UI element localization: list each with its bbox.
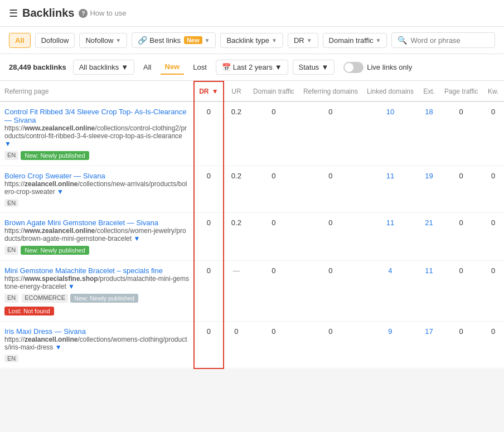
page-title-link[interactable]: Brown Agate Mini Gemstone Bracelet — Siv… [4,219,158,227]
table-row: Mini Gemstone Malachite Bracelet – speci… [0,261,504,322]
page-title-link[interactable]: Bolero Crop Sweater — Sivana [4,172,105,180]
header-dr[interactable]: DR ▼ [194,81,224,101]
tags-row: EN New: Newly published [4,149,189,160]
page-url: https://www.zealancell.online/collection… [4,124,189,148]
url-expand-icon[interactable]: ▼ [57,188,64,196]
header-ext[interactable]: Ext. [418,81,440,101]
cell-ext: 17 [418,322,440,368]
cell-kw: 0 [482,101,504,166]
url-expand-icon[interactable]: ▼ [55,343,62,351]
header-referring-domains[interactable]: Referring domains [299,81,362,101]
page-title-link[interactable]: Iris Maxi Dress — Sivana [4,327,86,336]
new-small-tag: New: Newly published [70,294,138,303]
header-ur[interactable]: UR [224,81,249,101]
dofollow-filter-btn[interactable]: Dofollow [35,33,75,48]
subfilter-bar: 28,449 backlinks All backlinks ▼ All New… [0,54,504,81]
cell-ur: 0.2 [224,213,249,261]
table-header-row: Referring page DR ▼ UR Domain traffic Re… [0,81,504,101]
cell-dr: 0 [194,166,224,213]
cell-dr: 0 [194,101,224,166]
best-links-chevron: ▼ [205,37,210,43]
cell-linked-domains: 11 [362,166,418,213]
url-domain: www.specialsfine.shop [25,275,98,283]
backlink-type-filter-btn[interactable]: Backlink type ▼ [220,33,283,48]
dr-filter-btn[interactable]: DR ▼ [288,33,318,48]
cell-dr: 0 [194,213,224,261]
search-input[interactable] [410,36,489,45]
header-linked-domains[interactable]: Linked domains [362,81,418,101]
lang-tag: EN [4,294,18,303]
dr-chevron: ▼ [307,37,312,43]
ur-dash: — [232,266,240,275]
backlink-type-chevron: ▼ [272,37,277,43]
cell-page-traffic: 0 [440,101,482,166]
cell-ur: — [224,261,249,322]
live-links-toggle-wrap: Live links only [343,62,412,73]
cell-page-traffic: 0 [440,322,482,368]
new-badge: New [184,36,202,44]
lang-tag: EN [4,151,18,160]
cell-kw: 0 [482,322,504,368]
cell-referring-domains: 0 [299,261,362,322]
header-kw[interactable]: Kw. [482,81,504,101]
all-tab-btn[interactable]: All [139,60,156,74]
cell-referring: Mini Gemstone Malachite Bracelet – speci… [0,261,194,322]
url-expand-icon[interactable]: ▼ [133,235,140,242]
date-filter-btn[interactable]: 📅 Last 2 years ▼ [216,60,288,75]
help-label: How to use [90,9,126,17]
all-backlinks-btn[interactable]: All backlinks ▼ [73,60,134,75]
calendar-icon: 📅 [222,63,231,71]
lang-tag: EN [4,355,18,362]
search-wrap: 🔍 [391,32,495,48]
cell-ur: 0.2 [224,101,249,166]
cell-referring: Bolero Crop Sweater — Sivana https://zea… [0,166,194,213]
cell-linked-domains: 10 [362,101,418,166]
sort-arrow-icon: ▼ [212,88,219,95]
url-domain: zealancell.online [25,336,77,343]
nofollow-filter-btn[interactable]: Nofollow ▼ [79,33,127,48]
page-title-link[interactable]: Mini Gemstone Malachite Bracelet – speci… [4,266,163,275]
cell-ext: 21 [418,213,440,261]
backlinks-table: Referring page DR ▼ UR Domain traffic Re… [0,81,504,369]
header-page-traffic[interactable]: Page traffic [440,81,482,101]
cell-kw: 0 [482,261,504,322]
new-tag: New: Newly published [21,151,89,160]
new-tag: New: Newly published [21,246,89,255]
link-icon: 🔗 [138,36,147,45]
header-domain-traffic[interactable]: Domain traffic [249,81,299,101]
cell-referring-domains: 0 [299,166,362,213]
table-row: Iris Maxi Dress — Sivana https://zealanc… [0,322,504,368]
main-content: Referring page DR ▼ UR Domain traffic Re… [0,81,504,369]
table-row: Brown Agate Mini Gemstone Bracelet — Siv… [0,213,504,261]
new-tab-btn[interactable]: New [161,60,185,75]
cell-referring-domains: 0 [299,322,362,368]
cell-ext: 18 [418,101,440,166]
page-title: Backlinks [22,7,74,20]
tags-row: EN [4,353,189,362]
all-filter-btn[interactable]: All [9,33,31,48]
cell-domain-traffic: 0 [249,166,299,213]
cell-linked-domains: 4 [362,261,418,322]
table-row: Control Fit Ribbed 3/4 Sleeve Crop Top- … [0,101,504,166]
cell-referring: Brown Agate Mini Gemstone Bracelet — Siv… [0,213,194,261]
status-filter-btn[interactable]: Status ▼ [293,60,335,75]
cell-page-traffic: 0 [440,213,482,261]
page-title-link[interactable]: Control Fit Ribbed 3/4 Sleeve Crop Top- … [4,108,186,124]
menu-icon[interactable]: ☰ [9,7,18,20]
domain-traffic-filter-btn[interactable]: Domain traffic ▼ [323,33,387,48]
lost-tab-btn[interactable]: Lost [188,60,211,74]
backlink-type-label: Backlink type [226,36,269,45]
tags-row: EN [4,197,189,207]
cell-domain-traffic: 0 [249,213,299,261]
url-expand-icon[interactable]: ▼ [68,283,75,290]
cell-page-traffic: 0 [440,261,482,322]
best-links-label: Best links [149,36,181,45]
url-expand-icon[interactable]: ▼ [4,140,11,148]
table-row: Bolero Crop Sweater — Sivana https://zea… [0,166,504,213]
date-label: Last 2 years [233,63,273,71]
all-backlinks-chevron: ▼ [121,63,128,71]
live-links-label: Live links only [367,63,412,71]
live-links-toggle[interactable] [343,62,364,73]
best-links-filter-btn[interactable]: 🔗 Best links New ▼ [132,32,216,48]
help-link[interactable]: ? How to use [79,9,126,18]
